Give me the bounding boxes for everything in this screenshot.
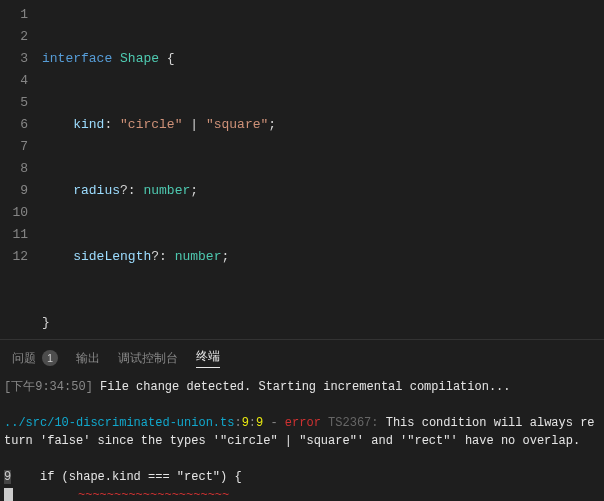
code-editor[interactable]: 1 2 3 4 5 6 7 8 9 10 11 12 interface Sha… (0, 0, 604, 339)
panel-tabs: 问题 1 输出 调试控制台 终端 (0, 340, 604, 374)
problems-count-badge: 1 (42, 350, 58, 366)
bottom-panel: 问题 1 输出 调试控制台 终端 [下午9:34:50] File change… (0, 339, 604, 501)
terminal-line: File change detected. Starting increment… (100, 380, 510, 394)
tab-label: 问题 (12, 350, 36, 367)
line-number: 6 (0, 114, 28, 136)
terminal-output[interactable]: [下午9:34:50] File change detected. Starti… (0, 374, 604, 501)
line-number: 3 (0, 48, 28, 70)
code-line: kind: "circle" | "square"; (42, 114, 604, 136)
line-number: 7 (0, 136, 28, 158)
error-code: TS2367: (328, 416, 378, 430)
snippet-code: if (shape.kind === "rect") { (11, 470, 241, 484)
error-file-path: ../src/10-discriminated-union.ts (4, 416, 234, 430)
line-number-gutter: 1 2 3 4 5 6 7 8 9 10 11 12 (0, 0, 42, 339)
tab-label: 调试控制台 (118, 350, 178, 367)
error-label: error (285, 416, 321, 430)
code-content[interactable]: interface Shape { kind: "circle" | "squa… (42, 0, 604, 339)
tab-terminal[interactable]: 终端 (196, 348, 220, 368)
tab-problems[interactable]: 问题 1 (12, 350, 58, 367)
code-line: interface Shape { (42, 48, 604, 70)
error-line: 9 (242, 416, 249, 430)
tab-output[interactable]: 输出 (76, 350, 100, 367)
terminal-line: [下午9:34:50] (4, 380, 100, 394)
line-number: 1 (0, 4, 28, 26)
line-number: 10 (0, 202, 28, 224)
line-number: 11 (0, 224, 28, 246)
line-number: 12 (0, 246, 28, 268)
line-number: 9 (0, 180, 28, 202)
tab-label: 终端 (196, 348, 220, 365)
line-number: 5 (0, 92, 28, 114)
line-number: 4 (0, 70, 28, 92)
terminal-cursor (4, 488, 13, 501)
line-number: 8 (0, 158, 28, 180)
tab-label: 输出 (76, 350, 100, 367)
line-number: 2 (0, 26, 28, 48)
code-line: sideLength?: number; (42, 246, 604, 268)
tab-debug-console[interactable]: 调试控制台 (118, 350, 178, 367)
code-line: radius?: number; (42, 180, 604, 202)
code-line: } (42, 312, 604, 334)
error-squiggle-line: ~~~~~~~~~~~~~~~~~~~~~ (13, 488, 229, 501)
